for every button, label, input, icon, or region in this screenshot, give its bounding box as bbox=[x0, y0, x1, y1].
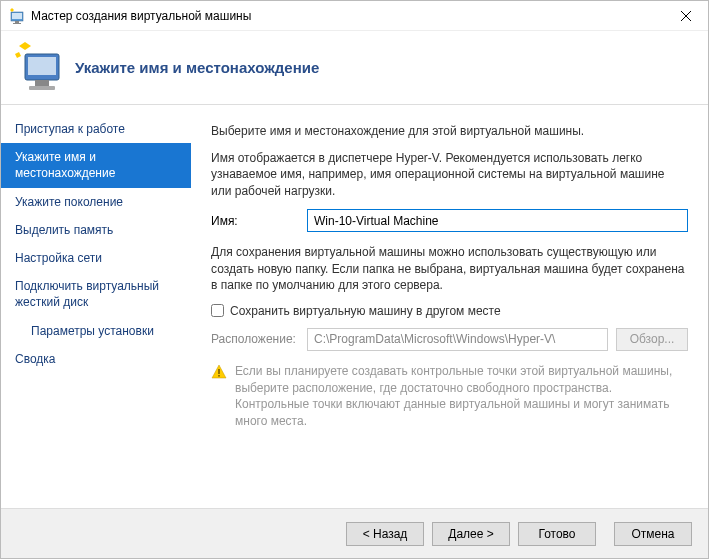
sidebar-item-memory[interactable]: Выделить память bbox=[1, 216, 191, 244]
close-icon bbox=[681, 11, 691, 21]
name-input[interactable] bbox=[307, 209, 688, 232]
svg-marker-8 bbox=[15, 52, 21, 58]
sidebar-item-install-options[interactable]: Параметры установки bbox=[1, 317, 191, 345]
storage-note: Для сохранения виртуальной машины можно … bbox=[211, 244, 688, 294]
svg-rect-14 bbox=[218, 369, 220, 374]
wizard-icon bbox=[9, 8, 25, 24]
name-label: Имя: bbox=[211, 214, 307, 228]
location-input bbox=[307, 328, 608, 351]
wizard-body: Приступая к работе Укажите имя и местона… bbox=[1, 105, 708, 508]
svg-rect-3 bbox=[13, 23, 21, 24]
store-elsewhere-checkbox[interactable] bbox=[211, 304, 224, 317]
svg-marker-4 bbox=[10, 8, 14, 12]
footer: < Назад Далее > Готово Отмена bbox=[1, 508, 708, 558]
next-button[interactable]: Далее > bbox=[432, 522, 510, 546]
svg-rect-15 bbox=[218, 375, 220, 377]
back-button[interactable]: < Назад bbox=[346, 522, 424, 546]
close-button[interactable] bbox=[663, 1, 708, 31]
content-pane: Выберите имя и местонахождение для этой … bbox=[191, 105, 708, 508]
description-text: Имя отображается в диспетчере Hyper-V. Р… bbox=[211, 150, 688, 200]
svg-rect-11 bbox=[35, 80, 49, 86]
location-label: Расположение: bbox=[211, 332, 307, 346]
store-elsewhere-row: Сохранить виртуальную машину в другом ме… bbox=[211, 304, 688, 318]
window-title: Мастер создания виртуальной машины bbox=[31, 9, 663, 23]
finish-button[interactable]: Готово bbox=[518, 522, 596, 546]
sidebar-item-generation[interactable]: Укажите поколение bbox=[1, 188, 191, 216]
svg-rect-12 bbox=[29, 86, 55, 90]
warning-row: Если вы планируете создавать контрольные… bbox=[211, 363, 688, 430]
warning-icon bbox=[211, 364, 227, 380]
page-title: Укажите имя и местонахождение bbox=[75, 59, 319, 76]
wizard-header: Укажите имя и местонахождение bbox=[1, 31, 708, 105]
cancel-button[interactable]: Отмена bbox=[614, 522, 692, 546]
sidebar-item-start[interactable]: Приступая к работе bbox=[1, 115, 191, 143]
intro-text: Выберите имя и местонахождение для этой … bbox=[211, 123, 688, 140]
store-elsewhere-label[interactable]: Сохранить виртуальную машину в другом ме… bbox=[230, 304, 501, 318]
sidebar-item-name-location[interactable]: Укажите имя и местонахождение bbox=[1, 143, 191, 187]
warning-text: Если вы планируете создавать контрольные… bbox=[235, 363, 688, 430]
svg-rect-10 bbox=[28, 57, 56, 75]
vm-wizard-icon bbox=[11, 42, 63, 94]
browse-button: Обзор... bbox=[616, 328, 688, 351]
sidebar: Приступая к работе Укажите имя и местона… bbox=[1, 105, 191, 508]
titlebar: Мастер создания виртуальной машины bbox=[1, 1, 708, 31]
sidebar-item-network[interactable]: Настройка сети bbox=[1, 244, 191, 272]
name-row: Имя: bbox=[211, 209, 688, 232]
sidebar-item-vhd[interactable]: Подключить виртуальный жесткий диск bbox=[1, 272, 191, 316]
location-row: Расположение: Обзор... bbox=[211, 328, 688, 351]
svg-marker-7 bbox=[19, 42, 31, 50]
svg-rect-2 bbox=[15, 21, 19, 23]
sidebar-item-summary[interactable]: Сводка bbox=[1, 345, 191, 373]
svg-rect-1 bbox=[12, 13, 22, 19]
